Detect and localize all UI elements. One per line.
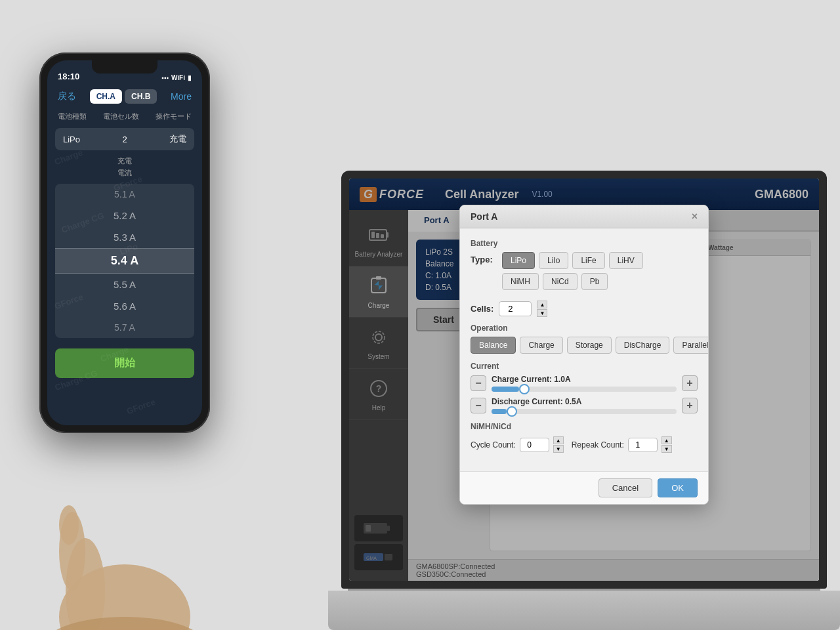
laptop-body [328, 591, 840, 630]
repeat-count-up-btn[interactable]: ▲ [662, 436, 672, 444]
type-btn-pb[interactable]: Pb [581, 273, 608, 290]
phone-battery-type: LiPo [63, 135, 80, 144]
modal-close-button[interactable]: × [692, 211, 698, 222]
op-btn-parallel[interactable]: Parallel [673, 337, 709, 354]
cells-row: Cells: ▲ ▼ [471, 301, 698, 317]
nimh-label: NiMH/NiCd [471, 422, 698, 431]
picker-item-6: 5.7 A [55, 317, 194, 338]
phone-signal-icons: ▪▪▪ WiFi ▮ [161, 74, 192, 81]
modal-body: Battery Type: LiPo LiIo LiFe LiHV [460, 228, 708, 471]
current-section: Current − Charge Current: 1.0A [471, 362, 698, 414]
op-btn-charge[interactable]: Charge [520, 337, 562, 354]
laptop: G FORCE Cell Analyzer V1.00 GMA6800 [328, 158, 840, 630]
phone-mode: 充電 [169, 133, 186, 145]
laptop-screen: G FORCE Cell Analyzer V1.00 GMA6800 [349, 178, 819, 581]
phone-battery-row[interactable]: LiPo 2 充電 [55, 128, 194, 150]
more-button[interactable]: More [171, 91, 192, 102]
op-btn-balance[interactable]: Balance [471, 337, 516, 354]
picker-item-selected[interactable]: 5.4 A [55, 248, 194, 274]
repeat-count-down-btn[interactable]: ▼ [662, 445, 672, 453]
operation-row: Balance Charge Storage DisCharge Paralle… [471, 337, 698, 354]
nimh-row: Cycle Count: ▲ ▼ Repeak Count: [471, 436, 698, 453]
cycle-count-field: Cycle Count: ▲ ▼ [471, 436, 564, 453]
charge-current-slider-area: Charge Current: 1.0A [492, 375, 677, 392]
discharge-current-slider-fill [492, 409, 507, 414]
current-title: Current [471, 362, 698, 371]
picker-item-5: 5.6 A [55, 295, 194, 317]
cells-input[interactable] [499, 301, 532, 316]
cells-label: Cells: [471, 304, 494, 314]
laptop-screen-frame: G FORCE Cell Analyzer V1.00 GMA6800 [341, 171, 827, 589]
nimh-section: NiMH/NiCd Cycle Count: ▲ ▼ [471, 422, 698, 453]
wifi-icon: WiFi [171, 74, 185, 81]
cells-up-btn[interactable]: ▲ [537, 301, 547, 308]
signal-icon: ▪▪▪ [161, 74, 169, 81]
charge-current-slider-thumb[interactable] [519, 384, 530, 394]
cells-down-btn[interactable]: ▼ [537, 309, 547, 317]
col-mode: 操作モード [156, 112, 192, 121]
phone-frame: Charge GForce Charge CG LiPo GForce Char… [39, 52, 210, 433]
cycle-count-spinner: ▲ ▼ [553, 436, 564, 453]
back-button[interactable]: 戻る [58, 91, 76, 102]
picker-item-4: 5.5 A [55, 274, 194, 295]
phone-table-header: 電池種類 電池セル数 操作モード [47, 109, 202, 124]
phone-time: 18:10 [58, 72, 79, 81]
phone-nav: 戻る CH.A CH.B More [47, 84, 202, 109]
discharge-current-plus-btn[interactable]: + [682, 398, 698, 413]
cycle-count-input[interactable] [520, 438, 549, 452]
ok-button[interactable]: OK [658, 478, 698, 497]
col-battery-type: 電池種類 [58, 112, 87, 121]
discharge-current-row: − Discharge Current: 0.5A + [471, 397, 698, 414]
type-btn-nicd[interactable]: NiCd [543, 273, 578, 290]
scene: G FORCE Cell Analyzer V1.00 GMA6800 [0, 0, 840, 630]
phone-section-label: 充電 電流 [47, 156, 202, 178]
type-btn-lipo[interactable]: LiPo [502, 252, 535, 269]
modal-overlay: Port A × Battery Type: LiPo [349, 178, 819, 581]
svg-point-20 [59, 505, 79, 545]
phone-cell-count: 2 [122, 135, 127, 144]
repeat-count-field: Repeak Count: ▲ ▼ [572, 436, 672, 453]
charge-current-slider-track [492, 387, 677, 392]
type-btn-life[interactable]: LiFe [572, 252, 604, 269]
modal-title: Port A [471, 211, 497, 222]
type-label: Type: [471, 252, 494, 264]
discharge-current-minus-btn[interactable]: − [471, 398, 486, 413]
type-btn-liio[interactable]: LiIo [539, 252, 568, 269]
discharge-current-slider-area: Discharge Current: 0.5A [492, 397, 677, 414]
picker-item-2: 5.3 A [55, 226, 194, 248]
type-btn-nimh[interactable]: NiMH [502, 273, 539, 290]
phone-notch [92, 60, 158, 74]
modal-footer: Cancel OK [460, 471, 708, 504]
operation-label: Operation [471, 324, 698, 333]
cycle-count-label: Cycle Count: [471, 440, 516, 450]
charge-current-minus-btn[interactable]: − [471, 375, 486, 391]
type-btn-lihv[interactable]: LiHV [609, 252, 643, 269]
charge-current-plus-btn[interactable]: + [682, 375, 698, 391]
cycle-count-up-btn[interactable]: ▲ [553, 436, 564, 444]
battery-type-row-2: NiMH NiCd Pb [502, 273, 643, 290]
picker-item-0: 5.1 A [55, 184, 194, 205]
repeat-count-label: Repeak Count: [572, 440, 624, 450]
phone-picker[interactable]: 5.1 A 5.2 A 5.3 A 5.4 A 5.5 A 5.6 A 5.7 … [55, 184, 194, 338]
cycle-count-down-btn[interactable]: ▼ [553, 445, 564, 453]
picker-item-1: 5.2 A [55, 205, 194, 226]
battery-section-label: Battery [471, 239, 698, 248]
op-btn-discharge[interactable]: DisCharge [616, 337, 670, 354]
phone-tab-a[interactable]: CH.A [90, 89, 122, 104]
charge-current-slider-fill [492, 387, 519, 392]
discharge-current-slider-thumb[interactable] [507, 406, 517, 417]
modal-header: Port A × [460, 205, 708, 228]
repeat-count-input[interactable] [628, 438, 658, 452]
cancel-button[interactable]: Cancel [598, 478, 652, 497]
phone-wrapper: Charge GForce Charge CG LiPo GForce Char… [39, 52, 210, 433]
charge-current-label: Charge Current: 1.0A [492, 375, 677, 384]
phone-nav-tabs: CH.A CH.B [90, 89, 158, 104]
col-cell-count: 電池セル数 [103, 112, 139, 121]
discharge-current-label: Discharge Current: 0.5A [492, 397, 677, 406]
charge-current-row: − Charge Current: 1.0A + [471, 375, 698, 392]
discharge-current-slider-track [492, 409, 677, 414]
phone-start-button[interactable]: 開始 [55, 348, 194, 378]
phone-tab-b[interactable]: CH.B [125, 89, 157, 104]
op-btn-storage[interactable]: Storage [567, 337, 612, 354]
cells-spinner: ▲ ▼ [537, 301, 547, 317]
